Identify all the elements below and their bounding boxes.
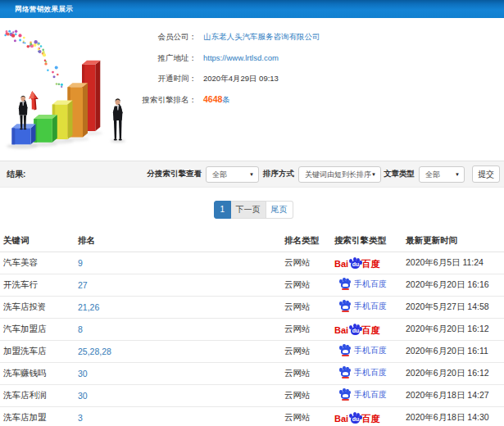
page-1-button[interactable]: 1	[214, 201, 231, 219]
engine-filter-label: 分搜索引擎查看	[148, 169, 202, 179]
baidu-logo-bai-text: Bai	[334, 326, 348, 335]
rank-cell: 25,28,28	[78, 340, 284, 362]
bar-green	[34, 115, 57, 143]
chevron-down-icon: ▼	[455, 167, 460, 183]
mobile-baidu-paw-icon	[339, 278, 351, 290]
mobile-baidu-label: 手机百度	[354, 389, 387, 401]
submit-button[interactable]: 提交	[472, 165, 500, 183]
baidu-paw-icon: du	[349, 324, 361, 336]
results-table-body: 汽车美容 9 云网站 Bai du 百度 手机百度 2020年6月5日	[0, 252, 504, 426]
baidu-paw-icon: du	[349, 257, 361, 270]
mobile-baidu-label: 手机百度	[354, 345, 387, 356]
mobile-baidu-paw-icon	[339, 366, 351, 378]
baidu-logo-du-text: du	[352, 328, 360, 333]
table-row: 洗车店利润 30 云网站 Bai du 百度 手机百度 2020年6月1	[0, 384, 504, 406]
mobile-baidu-paw-icon	[339, 344, 351, 356]
chevron-down-icon: ▼	[249, 167, 254, 183]
rank-type-cell: 云网站	[284, 296, 334, 318]
chevron-down-icon: ▼	[371, 167, 376, 183]
company-link[interactable]: 山东老人头汽车服务咨询有限公司	[203, 32, 320, 41]
engine-cell: Bai du 百度 手机百度	[334, 318, 406, 340]
baidu-paw-icon: du	[349, 412, 361, 424]
table-row: 加盟洗车店 25,28,28 云网站 Bai du 百度 手机百度 20	[0, 340, 504, 362]
sort-filter-label: 排序方式	[263, 169, 294, 179]
rank-type-cell: 云网站	[284, 384, 334, 406]
baidu-logo-hanzi-text: 百度	[361, 260, 379, 269]
header-rank-type: 排名类型	[284, 231, 334, 252]
businessman-right	[113, 98, 123, 140]
baidu-logo: Bai du 百度	[334, 324, 379, 336]
rank-cell: 27	[78, 274, 284, 296]
header-keyword: 关键词	[0, 231, 78, 252]
engine-cell: Bai du 百度 手机百度	[334, 274, 406, 296]
updated-cell: 2020年6月18日 14:30	[406, 406, 504, 426]
keyword-cell: 洗车店利润	[0, 384, 78, 406]
sort-select-value: 关键词由短到长排序	[305, 170, 371, 179]
updated-cell: 2020年6月20日 16:12	[406, 318, 504, 340]
rank-cell: 8	[78, 318, 284, 340]
mobile-baidu-label: 手机百度	[354, 279, 387, 290]
engine-cell: Bai du 百度 手机百度	[334, 362, 406, 384]
baidu-logo-bai-text: Bai	[334, 415, 348, 424]
rank-cell: 9	[78, 252, 284, 274]
rank-cell: 21,26	[78, 296, 284, 318]
baidu-logo-du-text: du	[352, 261, 360, 267]
page-title: 网络营销效果展示	[15, 0, 73, 19]
updated-cell: 2020年6月5日 11:24	[406, 252, 504, 274]
baidu-logo-du-text: du	[352, 416, 360, 422]
engine-select-value: 全部	[212, 170, 227, 179]
results-table: 关键词 排名 排名类型 搜索引擎类型 最新更新时间 汽车美容 9 云网站 Bai…	[0, 231, 504, 426]
promo-url-link[interactable]: https://www.lrtlsd.com	[203, 53, 279, 62]
rank-type-cell: 云网站	[284, 274, 334, 296]
mobile-baidu-logo: 手机百度	[339, 278, 387, 290]
rank-type-cell: 云网站	[284, 340, 334, 362]
rank-count-value: 4648	[203, 94, 222, 104]
baidu-logo-hanzi-text: 百度	[361, 326, 379, 335]
engine-cell: Bai du 百度 手机百度	[334, 252, 406, 274]
article-type-select-value: 全部	[425, 170, 440, 179]
last-page-button[interactable]: 尾页	[266, 201, 293, 219]
rank-type-cell: 云网站	[284, 362, 334, 384]
mobile-baidu-logo: 手机百度	[339, 388, 387, 401]
growth-chart-illustration	[0, 23, 139, 156]
next-page-button[interactable]: 下一页	[231, 201, 266, 219]
keyword-cell: 汽车美容	[0, 252, 78, 274]
sort-select[interactable]: 关键词由短到长排序 ▼	[298, 166, 381, 183]
table-header-row: 关键词 排名 排名类型 搜索引擎类型 最新更新时间	[0, 231, 504, 252]
filter-bar: 结果: 分搜索引擎查看 全部 ▼ 排序方式 关键词由短到长排序 ▼ 文章类型 全…	[0, 161, 504, 188]
filter-controls: 分搜索引擎查看 全部 ▼ 排序方式 关键词由短到长排序 ▼ 文章类型 全部 ▼ …	[148, 161, 501, 187]
engine-select[interactable]: 全部 ▼	[206, 166, 259, 183]
engine-cell: Bai du 百度 手机百度	[334, 406, 406, 426]
info-row-url: 推广地址：https://www.lrtlsd.com	[131, 51, 279, 64]
baidu-logo-hanzi-text: 百度	[361, 415, 379, 424]
open-time-label: 开通时间：	[131, 72, 197, 85]
open-time-value: 2020年4月29日 09:13	[203, 74, 279, 83]
updated-cell: 2020年5月27日 14:58	[406, 296, 504, 318]
mobile-baidu-logo: 手机百度	[339, 366, 387, 378]
company-label: 会员公司：	[131, 30, 197, 43]
updated-cell: 2020年6月20日 16:16	[406, 274, 504, 296]
table-row: 洗车店加盟 3 云网站 Bai du 百度 手机百度 2020年6月18	[0, 406, 504, 426]
info-row-rank-count: 搜索引擎排名：4648条	[131, 93, 230, 106]
article-type-select[interactable]: 全部 ▼	[419, 166, 465, 183]
baidu-logo-bai-text: Bai	[334, 260, 348, 269]
rank-cell: 30	[78, 362, 284, 384]
rank-cell: 30	[78, 384, 284, 406]
mobile-baidu-paw-icon	[339, 388, 351, 401]
baidu-logo: Bai du 百度	[334, 257, 379, 270]
up-arrow	[29, 91, 39, 111]
header-rank: 排名	[78, 231, 284, 252]
info-row-opened: 开通时间：2020年4月29日 09:13	[131, 71, 279, 84]
promo-url-label: 推广地址：	[131, 52, 197, 65]
table-row: 洗车店投资 21,26 云网站 Bai du 百度 手机百度 2020年	[0, 296, 504, 318]
rank-type-cell: 云网站	[284, 318, 334, 340]
rank-count-unit: 条	[222, 95, 230, 104]
engine-cell: Bai du 百度 手机百度	[334, 340, 406, 362]
rank-type-cell: 云网站	[284, 252, 334, 274]
keyword-cell: 加盟洗车店	[0, 340, 78, 362]
marketing-effect-page: 网络营销效果展示	[0, 0, 504, 426]
mobile-baidu-label: 手机百度	[354, 367, 387, 378]
keyword-cell: 洗车赚钱吗	[0, 362, 78, 384]
mobile-baidu-label: 手机百度	[354, 301, 387, 312]
keyword-cell: 洗车店投资	[0, 296, 78, 318]
